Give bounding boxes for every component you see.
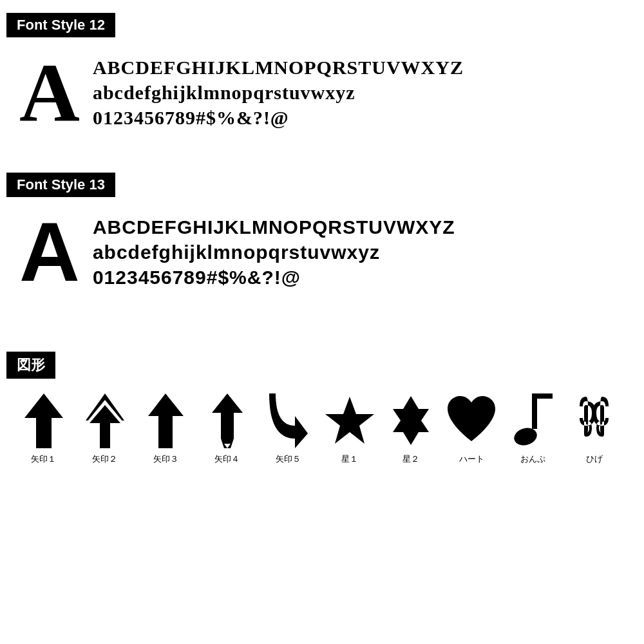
star2-label: 星２	[402, 453, 419, 465]
arrow4-label: 矢印４	[214, 453, 240, 465]
font-style-13-line-2: abcdefghijklmnopqrstuvwxyz	[93, 240, 455, 265]
arrow4-icon	[212, 392, 243, 450]
font-style-13-big-letter: A	[19, 210, 80, 294]
shape-note: おんぷ	[502, 392, 564, 465]
shape-arrow3: 矢印３	[135, 392, 196, 465]
svg-marker-9	[325, 397, 374, 444]
arrow3-icon	[148, 392, 184, 450]
note-label: おんぷ	[520, 453, 545, 465]
font-style-13-badge: Font Style 13	[6, 173, 115, 197]
font-style-12-line-3: 0123456789#$%&?!@	[93, 105, 464, 130]
arrow5-icon	[269, 392, 308, 450]
svg-marker-0	[24, 393, 63, 448]
shape-arrow2: 矢印２	[74, 392, 135, 465]
shape-mustache: ひげ	[564, 392, 625, 465]
shapes-section: 図形 矢印１	[6, 352, 638, 465]
star1-icon	[324, 392, 375, 450]
font-style-13-line-1: ABCDEFGHIJKLMNOPQRSTUVWXYZ	[93, 214, 455, 240]
font-style-12-line-2: abcdefghijklmnopqrstuvwxyz	[93, 80, 464, 105]
arrow2-label: 矢印２	[92, 453, 117, 465]
font-style-12-badge: Font Style 12	[6, 13, 115, 37]
font-style-12-section: Font Style 12 A ABCDEFGHIJKLMNOPQRSTUVWX…	[6, 13, 638, 140]
font-style-13-display: A ABCDEFGHIJKLMNOPQRSTUVWXYZ abcdefghijk…	[6, 204, 638, 300]
font-style-12-display: A ABCDEFGHIJKLMNOPQRSTUVWXYZ abcdefghijk…	[6, 44, 638, 140]
svg-marker-10	[393, 396, 429, 445]
shapes-badge: 図形	[6, 352, 55, 379]
shape-arrow5: 矢印５	[258, 392, 319, 465]
arrow1-icon	[24, 392, 63, 450]
font-style-12-big-letter: A	[19, 50, 80, 134]
mustache-icon	[580, 392, 609, 450]
shape-star2: 星２	[380, 392, 441, 465]
page: Font Style 12 A ABCDEFGHIJKLMNOPQRSTUVWX…	[0, 0, 644, 478]
star1-label: 星１	[341, 453, 358, 465]
heart-icon	[444, 392, 499, 450]
heart-label: ハート	[459, 453, 484, 465]
note-icon	[514, 392, 553, 450]
font-style-13-line-3: 0123456789#$%&?!@	[93, 265, 455, 290]
font-style-12-chars: ABCDEFGHIJKLMNOPQRSTUVWXYZ abcdefghijklm…	[93, 55, 464, 130]
shape-star1: 星１	[319, 392, 380, 465]
arrow3-label: 矢印３	[153, 453, 178, 465]
arrow1-label: 矢印１	[31, 453, 56, 465]
svg-rect-11	[532, 393, 537, 429]
svg-rect-12	[532, 393, 553, 399]
svg-rect-1	[100, 419, 110, 448]
star2-icon	[385, 392, 437, 450]
arrow5-label: 矢印５	[276, 453, 301, 465]
svg-marker-5	[148, 393, 184, 448]
font-style-13-chars: ABCDEFGHIJKLMNOPQRSTUVWXYZ abcdefghijklm…	[93, 214, 455, 290]
mustache-label: ひげ	[586, 453, 603, 465]
shape-heart: ハート	[441, 392, 502, 465]
arrow2-icon	[86, 392, 124, 450]
shape-arrow4: 矢印４	[196, 392, 258, 465]
shape-arrow1: 矢印１	[13, 392, 74, 465]
shapes-grid: 矢印１ 矢印２	[6, 385, 638, 465]
font-style-12-line-1: ABCDEFGHIJKLMNOPQRSTUVWXYZ	[93, 55, 464, 80]
svg-marker-6	[212, 393, 243, 439]
font-style-13-section: Font Style 13 A ABCDEFGHIJKLMNOPQRSTUVWX…	[6, 173, 638, 300]
